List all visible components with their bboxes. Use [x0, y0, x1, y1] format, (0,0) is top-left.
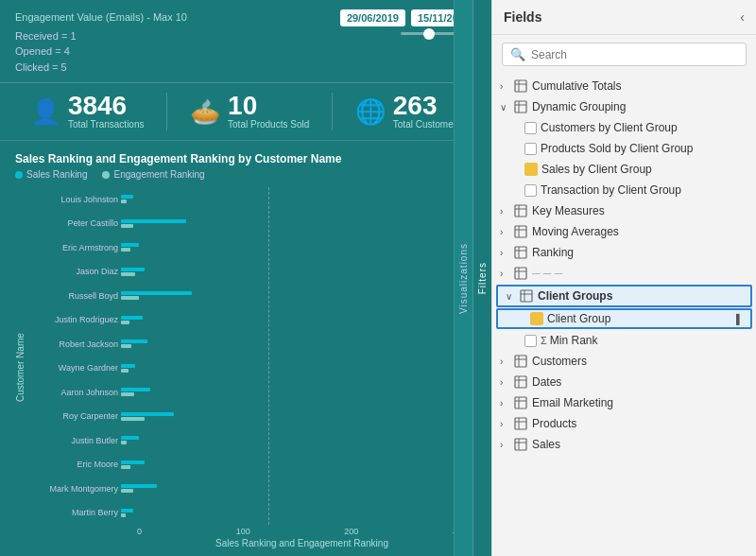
chevron-ranking: › — [500, 248, 513, 258]
search-input[interactable] — [531, 48, 738, 61]
products-label: Total Products Sold — [228, 119, 309, 130]
bar-row: Eric Moore — [28, 458, 476, 471]
tree-item-partial[interactable]: › ─ ─ ─ — [492, 263, 756, 284]
bar-row: Martin Berry — [28, 506, 476, 519]
viz-strip[interactable]: Visualizations — [454, 0, 472, 556]
tree-item-client-groups[interactable]: ∨ Client Groups — [496, 285, 752, 307]
bar-sales — [121, 509, 133, 513]
bar-sales — [121, 316, 143, 320]
right-panel: Fields ‹ 🔍 › Cumulative Totals ∨ Dynamic… — [491, 0, 756, 556]
start-date-button[interactable]: 29/06/2019 — [340, 9, 405, 26]
icon-products-group — [513, 416, 528, 431]
label-client-groups: Client Groups — [538, 289, 743, 303]
slider-thumb-left[interactable] — [423, 28, 435, 40]
icon-dynamic-grouping — [513, 99, 528, 114]
icon-key-measures — [513, 203, 528, 218]
bar-label: Eric Moore — [28, 460, 118, 469]
tree-item-min-rank[interactable]: Σ Min Rank — [492, 330, 756, 351]
bar-engagement — [121, 441, 127, 444]
icon-ranking — [513, 245, 528, 260]
tree-item-sales-client[interactable]: Sales by Client Group — [492, 159, 756, 180]
bar-row: Russell Boyd — [28, 289, 476, 303]
label-transaction-client: Transaction by Client Group — [541, 183, 748, 197]
customers-label: Total Customers — [393, 119, 461, 130]
legend-engagement: Engagement Ranking — [102, 169, 204, 180]
bar-engagement — [121, 321, 129, 324]
tree-item-sales-group[interactable]: › Sales — [492, 434, 756, 455]
engagement-clicked: Clicked = 5 — [15, 60, 331, 76]
bar-engagement — [121, 296, 139, 300]
tree-item-dynamic-grouping[interactable]: ∨ Dynamic Grouping — [492, 96, 756, 117]
tree-item-key-measures[interactable]: › Key Measures — [492, 200, 756, 221]
icon-moving-averages — [513, 224, 528, 239]
tree-item-client-group-item[interactable]: Client Group ▌ — [496, 308, 752, 329]
label-dynamic-grouping: Dynamic Grouping — [532, 100, 748, 113]
y-axis-label: Customer Name — [15, 187, 28, 548]
bar-row: Peter Castillo — [28, 217, 476, 230]
tree-item-dates[interactable]: › Dates — [492, 372, 756, 392]
svg-rect-3 — [515, 101, 526, 113]
customers-value: 263 — [393, 93, 461, 119]
checkbox-customers-client[interactable] — [524, 122, 537, 134]
bar-row: Justin Rodriguez — [28, 313, 476, 326]
bar-row: Robert Jackson — [28, 338, 476, 351]
transactions-icon: 👤 — [30, 97, 60, 127]
search-box[interactable]: 🔍 — [502, 43, 747, 66]
svg-rect-33 — [515, 439, 526, 450]
tree-item-email-marketing[interactable]: › Email Marketing — [492, 392, 756, 413]
label-ranking: Ranking — [532, 246, 748, 259]
bar-label: Wayne Gardner — [28, 363, 118, 373]
bar-label: Peter Castillo — [28, 218, 118, 228]
tree-item-customers-client[interactable]: Customers by Client Group — [492, 117, 756, 138]
bar-engagement — [121, 465, 130, 469]
expand-icon[interactable]: ‹ — [740, 9, 745, 25]
products-value: 10 — [228, 93, 309, 119]
engagement-received: Received = 1 — [15, 28, 331, 44]
bar-sales — [121, 339, 147, 343]
legend-dot-sales — [15, 171, 23, 179]
label-products-group: Products — [532, 417, 748, 430]
label-min-rank: Min Rank — [550, 334, 748, 347]
tree-item-products-client[interactable]: Products Sold by Client Group — [492, 138, 756, 159]
icon-dates — [513, 374, 528, 390]
fields-header: Fields ‹ — [492, 0, 756, 35]
bar-label: Justin Rodriguez — [28, 315, 118, 324]
bar-engagement — [121, 248, 130, 252]
bar-sales — [121, 268, 145, 271]
transactions-label: Total Transactions — [68, 119, 145, 130]
svg-rect-12 — [515, 247, 526, 258]
legend-label-sales: Sales Ranking — [26, 169, 87, 180]
tree-item-customers-group[interactable]: › Customers — [492, 351, 756, 372]
tree-item-cumulative[interactable]: › Cumulative Totals — [492, 76, 756, 96]
stat-transactions: 👤 3846 Total Transactions — [30, 93, 145, 130]
tree-item-moving-averages[interactable]: › Moving Averages — [492, 221, 756, 242]
checkbox-min-rank[interactable] — [524, 335, 537, 347]
chevron-client-groups: ∨ — [506, 291, 519, 302]
chevron-partial: › — [500, 269, 513, 279]
svg-rect-27 — [515, 397, 526, 408]
engagement-title: Engagement Value (Emails) - Max 10 — [15, 9, 331, 26]
chevron-email-marketing: › — [500, 398, 513, 408]
label-sales-client: Sales by Client Group — [541, 163, 748, 176]
bar-row: Aaron Johnson — [28, 386, 476, 399]
chevron-dates: › — [500, 377, 513, 388]
tree-item-products-group[interactable]: › Products — [492, 413, 756, 434]
filter-strip[interactable]: Filters — [472, 0, 491, 556]
bar-label: Eric Armstrong — [28, 243, 118, 252]
chart-area: Sales Ranking and Engagement Ranking by … — [0, 141, 491, 556]
icon-sales-group — [513, 437, 528, 452]
top-area: Engagement Value (Emails) - Max 10 Recei… — [0, 0, 491, 83]
cursor-indicator: ▌ — [736, 314, 743, 324]
bar-engagement — [121, 344, 131, 348]
icon-partial — [513, 266, 528, 281]
legend-dot-engagement — [102, 171, 110, 179]
x-tick-1: 100 — [236, 527, 250, 536]
chevron-key-measures: › — [500, 206, 513, 217]
checkbox-products-client[interactable] — [524, 143, 537, 155]
tree-item-transaction-client[interactable]: Transaction by Client Group — [492, 180, 756, 200]
x-tick-0: 0 — [137, 527, 142, 536]
checkbox-transaction-client[interactable] — [524, 184, 537, 197]
tree-item-ranking[interactable]: › Ranking — [492, 242, 756, 263]
bar-sales — [121, 243, 139, 247]
bar-label: Mark Montgomery — [28, 484, 118, 494]
